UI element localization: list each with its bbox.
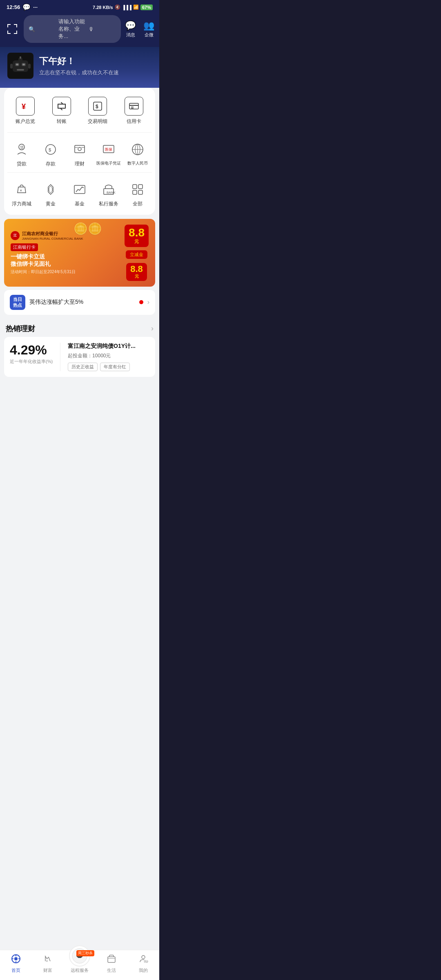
menu-item-private[interactable]: BANK 私行服务 (94, 179, 123, 209)
scan-icon[interactable] (5, 22, 20, 36)
nav-home-label: 首页 (11, 967, 20, 973)
svg-rect-62 (78, 957, 81, 958)
banner-amount-badge2: 8.8 元 (126, 263, 147, 281)
menu-item-creditcard[interactable]: 信用卡 (116, 95, 152, 127)
main-menu-card: ¥ 账户总览 转账 (4, 88, 155, 215)
wechat-icon: 💬 (22, 3, 31, 11)
nav-mine[interactable]: 我的 我的 (127, 954, 159, 973)
loan-icon: 贷 (13, 141, 30, 158)
transaction-label: 交易明细 (88, 118, 107, 125)
svg-rect-7 (16, 31, 17, 34)
svg-point-30 (78, 147, 81, 151)
svg-rect-12 (22, 64, 25, 65)
svg-rect-13 (17, 69, 24, 71)
svg-text:BANK: BANK (107, 191, 116, 194)
transfer-label: 转账 (57, 118, 67, 125)
banner-amount-badge: 8.8 元 (125, 225, 149, 247)
menu-item-loan[interactable]: 贷 贷款 (7, 139, 36, 169)
hot-point-bar[interactable]: 当日 热点 英伟达涨幅扩大至5% › (4, 290, 155, 315)
wealth-nav-icon: ¥ (43, 954, 53, 966)
svg-rect-16 (10, 64, 13, 69)
menu-item-fund[interactable]: 基金 (65, 179, 94, 209)
menu-item-account[interactable]: ¥ 账户总览 (7, 95, 44, 127)
microphone-icon[interactable]: 🎙 (89, 26, 116, 32)
svg-text:贷: 贷 (20, 145, 24, 149)
hero-motto: 立志在坚不在锐，成功在久不在速 (39, 69, 119, 76)
search-magnify-icon: 🔍 (29, 26, 56, 32)
quick-menu-row1: ¥ 账户总览 转账 (7, 95, 152, 133)
svg-point-67 (142, 956, 145, 959)
quick-menu-row3: ¥ 浮力商城 黄金 (7, 176, 152, 211)
creditcard-label: 信用卡 (127, 118, 141, 125)
svg-text:¥: ¥ (20, 189, 22, 192)
menu-item-gold[interactable]: 黄金 (36, 179, 65, 209)
menu-item-wealth[interactable]: 理财 (65, 139, 94, 169)
enterprise-button[interactable]: 👥 企微 (143, 20, 154, 38)
svg-rect-42 (74, 185, 85, 194)
mute-icon: 🔇 (115, 4, 120, 10)
account-icon: ¥ (16, 97, 35, 116)
svg-point-50 (14, 957, 18, 960)
nav-life[interactable]: 生活 (96, 954, 127, 973)
nav-remote[interactable]: 周三秒杀 远程服务 (64, 953, 96, 973)
svg-rect-1 (7, 24, 8, 27)
promotion-banner[interactable]: 江 江南农村商业银行 JIANGNAN RURAL COMMERCIAL BAN… (4, 219, 155, 287)
banner-amount-big: 8.8 (129, 227, 145, 238)
menu-item-deposit[interactable]: $ 存款 (36, 139, 65, 169)
message-button[interactable]: 💬 消息 (125, 20, 136, 38)
svg-text:医保: 医保 (105, 147, 112, 151)
banner-main-text1: 一键绑卡立送 (11, 253, 83, 260)
transaction-icon: $ (88, 97, 107, 116)
menu-item-medical[interactable]: 医保 医保电子凭证 (94, 139, 123, 169)
finance-product-card[interactable]: 4.29% 近一年年化收益率(%) 富江南之安润纯债O1Y计... 起投金额：1… (4, 337, 155, 377)
finance-rate-label: 近一年年化收益率(%) (10, 359, 53, 365)
hero-text-block: 下午好！ 立志在坚不在锐，成功在久不在速 (39, 55, 119, 76)
menu-item-digital[interactable]: 数字人民币 (123, 139, 152, 169)
svg-text:我的: 我的 (144, 960, 148, 963)
loan-label: 贷款 (17, 160, 27, 167)
menu-item-all[interactable]: 全部 (123, 179, 152, 209)
mine-nav-icon: 我的 (138, 954, 148, 966)
message-icon: 💬 (125, 20, 136, 31)
hot-sale-arrow[interactable]: › (151, 324, 154, 333)
private-icon: BANK (100, 181, 117, 198)
bank-name-en: JIANGNAN RURAL COMMERCIAL BANK (22, 237, 83, 241)
svg-text:$: $ (96, 104, 98, 109)
banner-amount-sub: 立减金 (126, 250, 147, 259)
network-speed: 7.28 KB/s (93, 5, 113, 10)
search-input[interactable]: 🔍 请输入功能名称、业务... 🎙 (24, 15, 121, 43)
account-label: 账户总览 (16, 118, 35, 125)
svg-rect-46 (138, 185, 143, 189)
status-time: 12:56 (7, 4, 20, 10)
all-icon (129, 181, 146, 198)
finance-product-name: 富江南之安润纯债O1Y计... (68, 343, 149, 350)
menu-item-mall[interactable]: ¥ 浮力商城 (7, 179, 36, 209)
banner-amount-big2: 8.8 (130, 265, 143, 274)
hot-arrow-icon: › (147, 298, 149, 306)
medical-label: 医保电子凭证 (96, 160, 121, 166)
banner-decoration: 🪙🪙 (74, 222, 102, 236)
svg-rect-47 (133, 190, 137, 194)
menu-item-transaction[interactable]: $ 交易明细 (80, 95, 116, 127)
menu-item-transfer[interactable]: 转账 (44, 95, 80, 127)
finance-tag-0: 历史正收益 (68, 363, 98, 371)
nav-remote-label: 远程服务 (71, 967, 89, 973)
wifi-icon: 📶 (133, 4, 139, 10)
gold-icon (42, 181, 59, 198)
dots-icon: ··· (33, 4, 38, 10)
svg-text:$: $ (49, 147, 51, 152)
divider (60, 343, 60, 371)
nav-wealth[interactable]: ¥ 财富 (32, 954, 64, 973)
battery-indicator: 67% (140, 4, 153, 10)
nav-home[interactable]: 首页 (0, 954, 32, 973)
quick-menu-row2: 贷 贷款 $ 存款 (7, 136, 152, 173)
enterprise-icon: 👥 (143, 20, 154, 31)
banner-card-label: 江南银行卡 (11, 243, 38, 251)
finance-tag-1: 年度有分红 (100, 363, 130, 371)
finance-rate-block: 4.29% 近一年年化收益率(%) (10, 343, 53, 371)
nav-mine-label: 我的 (139, 967, 148, 973)
hot-point-text: 英伟达涨幅扩大至5% (29, 298, 135, 306)
wealth-icon (71, 141, 88, 158)
svg-rect-45 (133, 185, 137, 189)
svg-text:¥: ¥ (46, 960, 48, 962)
